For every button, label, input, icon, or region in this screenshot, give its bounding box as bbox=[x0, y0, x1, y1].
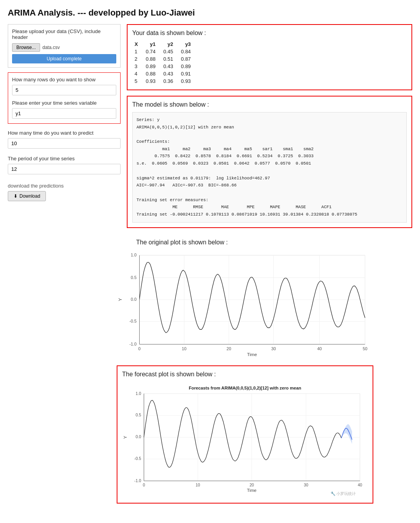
svg-text:10: 10 bbox=[182, 346, 187, 351]
svg-text:40: 40 bbox=[358, 483, 362, 487]
period-section: The period of your time series bbox=[8, 154, 121, 177]
original-plot-svg: -1.0 -0.5 0.0 0.5 1.0 0 10 20 30 40 50 T… bbox=[117, 249, 373, 357]
browse-button[interactable]: Browse... bbox=[12, 43, 40, 52]
svg-text:Y: Y bbox=[123, 436, 128, 439]
svg-text:1.0: 1.0 bbox=[136, 391, 141, 396]
col-y3: y3 bbox=[178, 40, 196, 48]
model-content: Series: y ARIMA(0,0,5)(1,0,2)[12] with z… bbox=[132, 112, 407, 223]
svg-text:0.5: 0.5 bbox=[136, 413, 141, 417]
data-box: Your data is shown below : X y1 y2 y3 10… bbox=[127, 24, 412, 90]
svg-text:-0.5: -0.5 bbox=[130, 319, 136, 323]
table-cell: 2 bbox=[132, 55, 144, 63]
svg-text:Time: Time bbox=[247, 351, 257, 356]
table-cell: 5 bbox=[132, 77, 144, 85]
table-row: 40.880.430.91 bbox=[132, 70, 196, 77]
col-y1: y1 bbox=[144, 40, 161, 48]
upload-label: Please upload your data (CSV), include h… bbox=[12, 28, 116, 40]
table-cell: 0.74 bbox=[144, 48, 161, 55]
table-row: 50.930.360.93 bbox=[132, 77, 196, 85]
table-cell: 0.84 bbox=[178, 48, 196, 55]
svg-text:10: 10 bbox=[196, 483, 200, 487]
svg-text:0.0: 0.0 bbox=[136, 435, 141, 439]
table-cell: 0.93 bbox=[144, 77, 161, 85]
original-plot-title: The original plot is shown below : bbox=[136, 239, 412, 246]
table-cell: 0.45 bbox=[161, 48, 178, 55]
table-cell: 0.93 bbox=[178, 77, 196, 85]
svg-text:40: 40 bbox=[317, 346, 322, 351]
svg-text:0: 0 bbox=[138, 346, 141, 351]
series-input[interactable] bbox=[12, 108, 116, 119]
predict-label: How many time do you want to predict bbox=[8, 130, 121, 136]
table-cell: 0.43 bbox=[161, 70, 178, 77]
table-cell: 3 bbox=[132, 63, 144, 70]
col-x: X bbox=[132, 40, 144, 48]
table-row: 10.740.450.84 bbox=[132, 48, 196, 55]
rows-input[interactable] bbox=[12, 85, 116, 95]
page-title: ARIMA Analysis. --- developped by Luo-Ji… bbox=[8, 8, 412, 18]
table-cell: 0.43 bbox=[161, 63, 178, 70]
svg-text:-1.0: -1.0 bbox=[130, 342, 136, 346]
table-cell: 0.91 bbox=[178, 70, 196, 77]
upload-row: Browse... data.csv bbox=[12, 43, 116, 52]
table-cell: 0.88 bbox=[144, 55, 161, 63]
table-cell: 0.51 bbox=[161, 55, 178, 63]
rows-series-section: How many rows do you want to show Please… bbox=[8, 72, 121, 124]
table-row: 30.890.430.89 bbox=[132, 63, 196, 70]
table-cell: 0.87 bbox=[178, 55, 196, 63]
svg-text:🔧 小罗玩统计: 🔧 小罗玩统计 bbox=[331, 491, 356, 496]
rows-label: How many rows do you want to show bbox=[12, 77, 116, 82]
model-title: The model is shown below : bbox=[132, 101, 407, 108]
table-cell: 1 bbox=[132, 48, 144, 55]
download-section: download the predictions ⬇ Download bbox=[8, 183, 121, 201]
svg-text:0: 0 bbox=[143, 483, 145, 487]
svg-text:0.5: 0.5 bbox=[131, 275, 136, 279]
table-cell: 4 bbox=[132, 70, 144, 77]
svg-text:-1.0: -1.0 bbox=[134, 479, 141, 483]
col-y2: y2 bbox=[161, 40, 178, 48]
model-box: The model is shown below : Series: y ARI… bbox=[127, 96, 412, 228]
data-table: X y1 y2 y3 10.740.450.8420.880.510.8730.… bbox=[132, 40, 196, 85]
table-cell: 0.89 bbox=[144, 63, 161, 70]
data-title: Your data is shown below : bbox=[132, 30, 407, 37]
period-label: The period of your time series bbox=[8, 156, 121, 161]
forecast-title: The forecast plot is shown below : bbox=[122, 371, 368, 378]
svg-text:20: 20 bbox=[227, 346, 231, 351]
svg-text:Forecasts from ARIMA(0,0,5)(1,: Forecasts from ARIMA(0,0,5)(1,0,2)[12] w… bbox=[189, 386, 301, 391]
table-row: 20.880.510.87 bbox=[132, 55, 196, 63]
svg-text:0.0: 0.0 bbox=[131, 297, 136, 302]
upload-complete-button[interactable]: Upload complete bbox=[12, 54, 116, 63]
forecast-svg-container: Forecasts from ARIMA(0,0,5)(1,0,2)[12] w… bbox=[122, 382, 368, 498]
download-button[interactable]: ⬇ Download bbox=[8, 191, 46, 201]
table-header-row: X y1 y2 y3 bbox=[132, 40, 196, 48]
svg-text:Time: Time bbox=[247, 488, 256, 493]
series-label: Please enter your time series variable bbox=[12, 100, 116, 106]
upload-section: Please upload your data (CSV), include h… bbox=[8, 24, 121, 68]
right-panel: Your data is shown below : X y1 y2 y3 10… bbox=[127, 24, 412, 233]
download-icon: ⬇ bbox=[14, 193, 18, 199]
svg-text:1.0: 1.0 bbox=[131, 253, 136, 257]
forecast-plot-svg: Forecasts from ARIMA(0,0,5)(1,0,2)[12] w… bbox=[122, 382, 368, 497]
download-label: download the predictions bbox=[8, 183, 121, 189]
table-cell: 0.89 bbox=[178, 63, 196, 70]
svg-text:50: 50 bbox=[363, 346, 368, 351]
predict-section: How many time do you want to predict bbox=[8, 128, 121, 151]
table-cell: 0.36 bbox=[161, 77, 178, 85]
period-input[interactable] bbox=[8, 164, 121, 174]
forecast-box: The forecast plot is shown below : Forec… bbox=[117, 365, 373, 504]
file-name: data.csv bbox=[42, 45, 60, 50]
table-cell: 0.88 bbox=[144, 70, 161, 77]
svg-text:Y: Y bbox=[117, 298, 122, 301]
download-btn-label: Download bbox=[19, 193, 40, 199]
svg-rect-1 bbox=[140, 255, 365, 344]
predict-input[interactable] bbox=[8, 138, 121, 149]
left-panel: Please upload your data (CSV), include h… bbox=[8, 24, 121, 201]
original-plot-container: -1.0 -0.5 0.0 0.5 1.0 0 10 20 30 40 50 T… bbox=[117, 249, 373, 358]
svg-text:20: 20 bbox=[250, 483, 254, 487]
svg-text:30: 30 bbox=[304, 483, 308, 487]
svg-text:-0.5: -0.5 bbox=[134, 456, 141, 461]
svg-text:30: 30 bbox=[271, 346, 276, 351]
